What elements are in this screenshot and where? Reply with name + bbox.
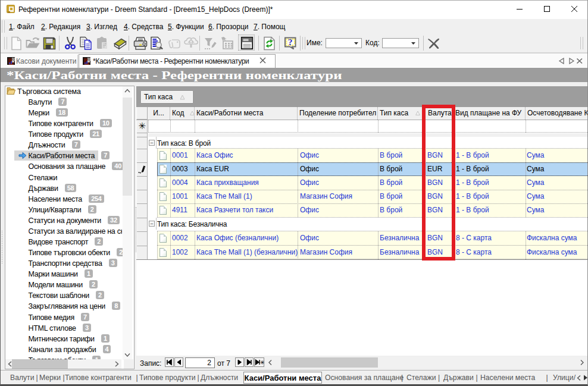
svg-text:?: ?: [288, 37, 293, 47]
svg-text:✳: ✳: [260, 359, 265, 366]
